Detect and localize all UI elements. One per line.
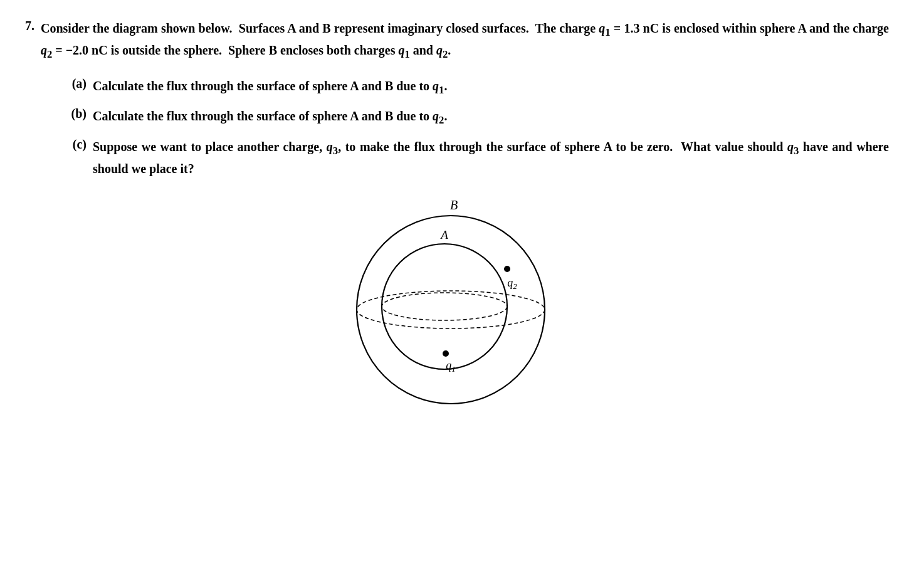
sub-question-a: (a) Calculate the flux through the surfa… <box>63 76 889 98</box>
charge-q1-dot <box>443 350 449 357</box>
sub-question-c: (c) Suppose we want to place another cha… <box>63 137 889 179</box>
diagram-container: B A q2 q1 <box>25 194 889 413</box>
sub-text-b: Calculate the flux through the surface o… <box>93 107 447 129</box>
charge-q2-dot <box>504 266 510 272</box>
problem-intro-text: Consider the diagram shown below. Surfac… <box>41 19 889 63</box>
problem-container: 7. Consider the diagram shown below. Sur… <box>25 19 889 413</box>
sub-question-b: (b) Calculate the flux through the surfa… <box>63 107 889 129</box>
sub-label-c: (c) <box>63 137 87 152</box>
svg-point-1 <box>382 244 507 369</box>
sub-label-a: (a) <box>63 76 87 91</box>
charge-q1-label: q1 <box>446 359 456 374</box>
svg-point-2 <box>382 293 507 320</box>
sub-text-c: Suppose we want to place another charge,… <box>93 137 889 179</box>
sub-questions: (a) Calculate the flux through the surfa… <box>63 76 889 187</box>
problem-header: 7. Consider the diagram shown below. Sur… <box>25 19 889 63</box>
label-A: A <box>439 228 448 241</box>
sub-label-b: (b) <box>63 107 87 121</box>
problem-number: 7. <box>25 19 34 33</box>
charge-q2-label: q2 <box>507 276 517 291</box>
sub-text-a: Calculate the flux through the surface o… <box>93 76 447 98</box>
physics-diagram: B A q2 q1 <box>325 194 589 413</box>
svg-point-3 <box>357 291 545 328</box>
label-B: B <box>450 198 458 212</box>
